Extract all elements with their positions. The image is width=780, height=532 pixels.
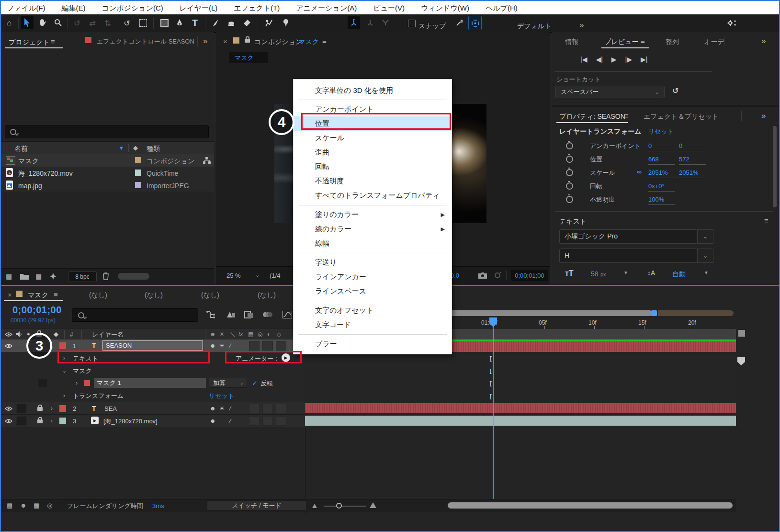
prop-position-label[interactable]: 位置 bbox=[590, 156, 602, 162]
audio-cell[interactable] bbox=[16, 416, 27, 426]
mask-visibility-cell[interactable] bbox=[37, 378, 48, 388]
mask1-row[interactable]: › マスク 1 加算 ⌄ ✓ 反転 bbox=[0, 377, 305, 389]
stopwatch-icon[interactable] bbox=[566, 196, 573, 203]
switch-cell[interactable] bbox=[276, 404, 286, 413]
timeline-empty-tab-2[interactable]: (なし) bbox=[145, 292, 163, 298]
prop-rotation-label[interactable]: 回転 bbox=[590, 183, 602, 189]
menu-file[interactable]: ファイル(F) bbox=[7, 4, 45, 13]
viewer-tab-comp-name[interactable]: マスク bbox=[298, 38, 319, 45]
selection-tool[interactable] bbox=[21, 16, 34, 29]
menu-item-line-spacing[interactable]: ラインスペース bbox=[294, 284, 452, 298]
prop-scale-label[interactable]: スケール bbox=[590, 170, 615, 176]
motion-blur-icon[interactable] bbox=[262, 311, 273, 318]
mask-feather-icon[interactable] bbox=[468, 16, 482, 30]
label-column-icon[interactable]: ◆ bbox=[54, 331, 58, 337]
expand-chevron-icon[interactable]: › bbox=[63, 393, 65, 398]
timeline-panel-menu-icon[interactable]: ≡ bbox=[54, 291, 58, 298]
menu-item-tracking[interactable]: 字送り bbox=[294, 255, 452, 270]
zoom-in-mountain-icon[interactable] bbox=[370, 502, 376, 508]
type-color-swatch[interactable] bbox=[135, 182, 141, 188]
transform-reset-link[interactable]: リセット bbox=[209, 393, 234, 399]
stopwatch-icon[interactable] bbox=[566, 169, 573, 176]
pan-camera-tool[interactable]: ⇄ bbox=[86, 16, 99, 30]
menu-effect[interactable]: エフェクト(T) bbox=[234, 4, 280, 13]
keyframe-mark[interactable]: I bbox=[489, 368, 492, 375]
footer-scroll-pill[interactable] bbox=[118, 273, 149, 280]
font-family-caret-button[interactable]: ⌄ bbox=[697, 229, 713, 244]
stopwatch-icon[interactable] bbox=[566, 142, 573, 149]
playhead-line[interactable] bbox=[493, 317, 494, 500]
menu-item-all-transform-properties[interactable]: すべてのトランスフォームプロパティ bbox=[294, 188, 452, 203]
collapse-switch-icon[interactable]: ☀ bbox=[219, 343, 225, 349]
menu-item-rotation[interactable]: 回転 bbox=[294, 159, 452, 174]
menu-item-stroke-color[interactable]: 線のカラー▶ bbox=[294, 222, 452, 236]
menu-item-character-offset[interactable]: 文字のオフセット bbox=[294, 303, 452, 317]
snap-options-icon[interactable] bbox=[453, 16, 465, 29]
menu-item-opacity[interactable]: 不透明度 bbox=[294, 174, 452, 188]
tab-project[interactable]: プロジェクト bbox=[9, 39, 50, 45]
audio-cell[interactable] bbox=[16, 404, 27, 413]
lock-icon[interactable] bbox=[37, 419, 43, 423]
graph-editor-icon[interactable] bbox=[283, 311, 292, 318]
next-frame-icon[interactable]: |▶ bbox=[625, 56, 632, 63]
layer-color-swatch[interactable] bbox=[59, 418, 66, 424]
reset-shortcut-icon[interactable]: ↺ bbox=[672, 87, 678, 95]
viewer-resolution-value[interactable]: (1/4 bbox=[270, 272, 280, 279]
comp-marker-bin-icon[interactable] bbox=[738, 330, 745, 337]
tab-effect-controls[interactable]: エフェクトコントロール SEASON bbox=[97, 38, 194, 45]
menu-animation[interactable]: アニメーション(A) bbox=[296, 4, 357, 13]
type-tool[interactable]: T bbox=[189, 16, 201, 30]
transform-group-label[interactable]: トランスフォーム bbox=[73, 393, 124, 399]
tab-preview[interactable]: プレビュー bbox=[604, 38, 638, 45]
eye-icon[interactable] bbox=[5, 343, 12, 349]
switches-modes-button[interactable]: スイッチ / モード bbox=[207, 500, 306, 510]
zoom-out-mountain-icon[interactable] bbox=[312, 504, 317, 508]
viewer-time-display[interactable]: 0;00;01;00 bbox=[511, 270, 548, 281]
first-frame-icon[interactable]: |◀ bbox=[580, 56, 587, 63]
interpret-footage-icon[interactable]: ▤ bbox=[6, 273, 12, 280]
menu-item-per-character-3d[interactable]: 文字単位の 3D 化を使用 bbox=[294, 83, 452, 98]
project-row-map-jpg[interactable]: map.jpg ImporterJPEG bbox=[0, 179, 214, 192]
tab-info[interactable]: 情報 bbox=[565, 38, 578, 45]
prop-position-y[interactable]: 572 bbox=[679, 156, 706, 165]
project-tabs-overflow-chevron[interactable]: » bbox=[203, 37, 207, 45]
show-snapshot-icon[interactable] bbox=[494, 272, 501, 279]
menu-item-blur[interactable]: ブラー bbox=[294, 337, 452, 351]
current-time-display[interactable]: 0;00;01;00 bbox=[12, 305, 62, 315]
keyframe-mark[interactable]: I bbox=[489, 393, 492, 401]
viewport-tab[interactable]: マスク bbox=[229, 52, 268, 63]
playhead-head[interactable] bbox=[489, 317, 497, 323]
workspace-overflow-chevron[interactable]: » bbox=[579, 21, 584, 29]
keyframe-mark[interactable]: I bbox=[489, 355, 492, 363]
sidebar-tabs-overflow-chevron[interactable]: » bbox=[761, 37, 766, 45]
shy-switch-icon[interactable]: ☻ bbox=[210, 343, 216, 349]
timeline-zoom-slider-track[interactable] bbox=[324, 506, 366, 507]
link-scale-icon[interactable]: ∞ bbox=[637, 169, 642, 175]
marker-icon[interactable] bbox=[737, 357, 745, 365]
properties-scrollbar[interactable] bbox=[773, 126, 777, 207]
expand-layers-icon[interactable]: ▤ bbox=[7, 502, 12, 509]
home-icon[interactable]: ⌂ bbox=[3, 16, 15, 30]
zoom-tool[interactable] bbox=[52, 16, 64, 29]
3d-layer-column-icon[interactable]: ◇ bbox=[277, 331, 281, 337]
text-section-menu-icon[interactable]: ≡ bbox=[764, 217, 769, 224]
quality-column-icon[interactable]: ＼ bbox=[230, 331, 236, 337]
prop-scale-x[interactable]: 2051% bbox=[648, 170, 675, 178]
snap-checkbox[interactable] bbox=[408, 20, 416, 27]
video-visibility-icon[interactable] bbox=[5, 332, 12, 337]
frame-blend-column-icon[interactable]: ▦ bbox=[248, 331, 253, 337]
shortcut-select[interactable]: スペースバー ⌄ bbox=[555, 86, 665, 98]
tab-effects-presets[interactable]: エフェクト＆プリセット bbox=[644, 113, 719, 120]
draft-3d-icon[interactable] bbox=[226, 311, 236, 318]
clone-stamp-tool[interactable] bbox=[225, 16, 237, 30]
layer-color-swatch[interactable] bbox=[59, 342, 66, 349]
menu-item-line-anchor[interactable]: ラインアンカー bbox=[294, 270, 452, 284]
tab-properties[interactable]: プロパティ: SEASON bbox=[559, 113, 625, 120]
switch-cell[interactable] bbox=[262, 404, 273, 413]
quality-switch-icon[interactable]: ∕ bbox=[230, 406, 231, 411]
switch-cell[interactable] bbox=[262, 341, 273, 351]
timeline-close-icon[interactable]: × bbox=[8, 291, 12, 298]
viewer-close-icon[interactable]: × bbox=[223, 38, 227, 45]
menu-item-skew[interactable]: 歪曲 bbox=[294, 145, 452, 159]
menu-view[interactable]: ビュー(V) bbox=[373, 4, 405, 13]
